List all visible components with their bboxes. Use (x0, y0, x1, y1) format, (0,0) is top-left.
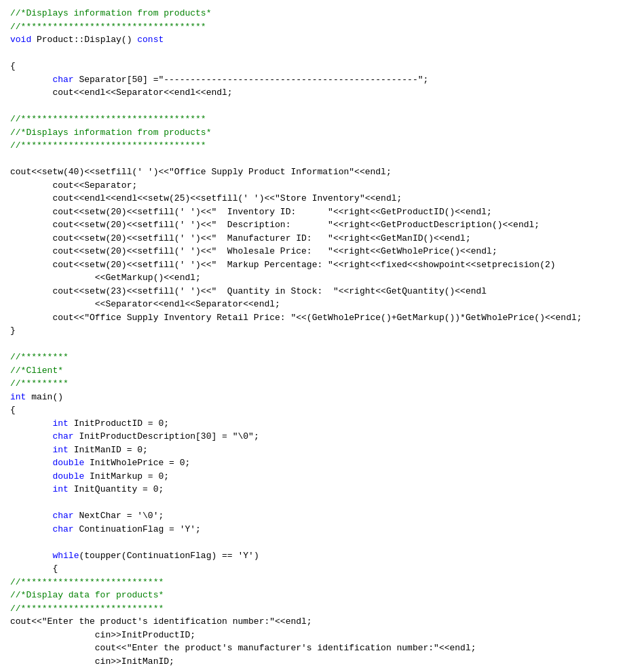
code-line: int main() (10, 391, 634, 404)
code-line: cout<<setw(40)<<setfill(' ')<<"Office Su… (10, 165, 634, 179)
code-line: //*Displays information from products* (10, 126, 634, 140)
code-line: //*Client* (10, 364, 634, 378)
code-editor: //*Displays information from products*//… (10, 7, 634, 670)
code-line: char ContinuationFlag = 'Y'; (10, 523, 634, 536)
code-line: <<GetMarkup()<<endl; (10, 271, 634, 285)
code-line (10, 496, 634, 510)
code-line: //*************************** (10, 576, 634, 589)
code-line: cout<<setw(20)<<setfill(' ')<<" Inventor… (10, 205, 634, 219)
code-line: //*************************** (10, 602, 634, 616)
code-line (10, 100, 634, 113)
code-line (10, 536, 634, 549)
code-line: cout<<setw(20)<<setfill(' ')<<" Descript… (10, 218, 634, 232)
code-line: int InitQuantity = 0; (10, 483, 634, 496)
code-line: void Product::Display() const (10, 33, 634, 47)
code-line: char InitProductDescription[30] = "\0"; (10, 430, 634, 444)
code-line: //*********************************** (10, 20, 634, 34)
code-line: } (10, 324, 634, 338)
code-line: cout<<setw(20)<<setfill(' ')<<" Manufact… (10, 232, 634, 245)
code-line: int InitProductID = 0; (10, 417, 634, 431)
code-line: while(toupper(ContinuationFlag) == 'Y') (10, 549, 634, 563)
code-line: double InitWholePrice = 0; (10, 456, 634, 470)
code-line: double InitMarkup = 0; (10, 470, 634, 484)
code-line (10, 153, 634, 166)
code-line: char Separator[50] ="-------------------… (10, 73, 634, 87)
code-line: cout<<endl<<Separator<<endl<<endl; (10, 86, 634, 100)
code-line: <<Separator<<endl<<Separator<<endl; (10, 298, 634, 311)
code-line: cout<<"Office Supply Inventory Retail Pr… (10, 311, 634, 325)
code-line: cin>>InitManID; (10, 655, 634, 669)
code-line: { (10, 403, 634, 417)
code-line: cin>>InitProductID; (10, 629, 634, 642)
code-line: { (10, 60, 634, 73)
code-line: cout<<setw(23)<<setfill(' ')<<" Quantity… (10, 285, 634, 298)
code-line: cout<<setw(20)<<setfill(' ')<<" Wholesal… (10, 245, 634, 258)
code-line: { (10, 562, 634, 576)
code-line: //********* (10, 377, 634, 391)
code-line: //*********************************** (10, 113, 634, 126)
code-line: cout<<endl<<endl<<setw(25)<<setfill(' ')… (10, 192, 634, 205)
code-line: char NextChar = '\0'; (10, 509, 634, 523)
code-line: cout<<setw(20)<<setfill(' ')<<" Markup P… (10, 258, 634, 272)
code-line: cout<<Separator; (10, 179, 634, 193)
code-line: //*********************************** (10, 139, 634, 153)
code-line: //********* (10, 351, 634, 364)
code-line: //*Displays information from products* (10, 7, 634, 20)
code-line (10, 338, 634, 351)
code-line: int InitManID = 0; (10, 444, 634, 457)
code-line: cout<<"Enter the product's identificatio… (10, 615, 634, 629)
code-line: //*Display data for products* (10, 589, 634, 602)
code-line: cout<<"Enter the product's manufacturer'… (10, 642, 634, 655)
code-line (10, 47, 634, 60)
